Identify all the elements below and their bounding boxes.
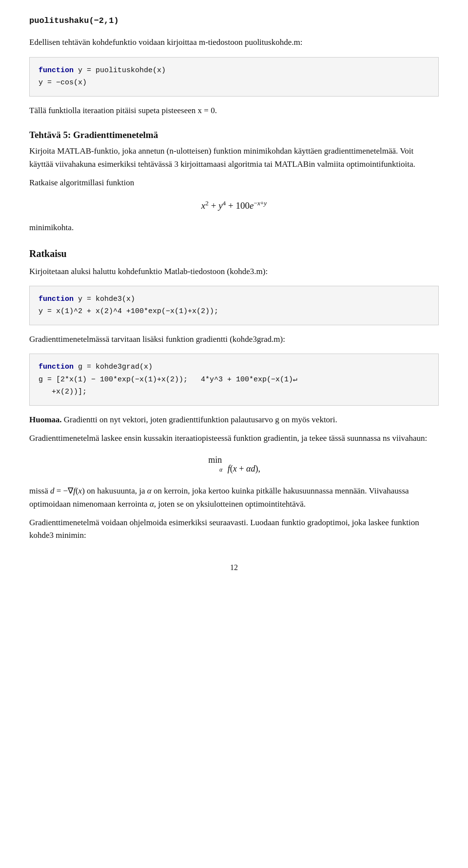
- ratkaisu-heading: Ratkaisu: [29, 246, 439, 261]
- huomaa-block: Huomaa. Gradientti on nyt vektori, joten…: [29, 414, 439, 426]
- para-grad1: Gradienttimenetelmä laskee ensin kussaki…: [29, 432, 439, 445]
- intro-text: Edellisen tehtävän kohdefunktio voidaan …: [29, 36, 439, 49]
- para-grad3: Gradienttimenetelmä voidaan ohjelmoida e…: [29, 516, 439, 542]
- code-block-3: function g = kohde3grad(x) g = [2*x(1) −…: [29, 354, 439, 406]
- para-grad2: missä d = −∇f(x) on hakusuunta, ja α on …: [29, 485, 439, 511]
- keyword-function-1: function: [39, 66, 74, 75]
- alpha-subscript: α: [219, 465, 222, 474]
- grad-intro-text: Gradienttimenetelmässä tarvitaan lisäksi…: [29, 333, 439, 346]
- min-text: min: [208, 455, 222, 465]
- section5-para1: Kirjoita MATLAB-funktio, joka annetun (n…: [29, 145, 439, 171]
- section5-para2: Ratkaise algoritmillasi funktion: [29, 177, 439, 189]
- ratkaisu-intro: Kirjoitetaan aluksi haluttu kohdefunktio…: [29, 265, 439, 278]
- after-code1-text: Tällä funktiolla iteraation pitäisi supe…: [29, 104, 439, 117]
- section5-heading: Tehtävä 5: Gradienttimenetelmä: [29, 128, 439, 142]
- code-block-1: function y = puolituskohde(x) y = −cos(x…: [29, 57, 439, 97]
- page-header: puolitushaku(−2,1): [29, 15, 439, 27]
- huomaa-text: Gradientti on nyt vektori, joten gradien…: [62, 415, 337, 424]
- math-display-1: x2 + y4 + 100e−x+y: [29, 198, 439, 213]
- keyword-function-2: function: [39, 295, 74, 303]
- formula-text: f(x + αd),: [228, 464, 260, 473]
- code-block-2: function y = kohde3(x) y = x(1)^2 + x(2)…: [29, 286, 439, 325]
- keyword-function-3: function: [39, 363, 74, 371]
- min-formula-display: min α f(x + αd),: [29, 454, 439, 476]
- huomaa-bold: Huomaa.: [29, 415, 62, 424]
- page-number: 12: [29, 562, 439, 574]
- section5-para3: minimikohta.: [29, 221, 439, 234]
